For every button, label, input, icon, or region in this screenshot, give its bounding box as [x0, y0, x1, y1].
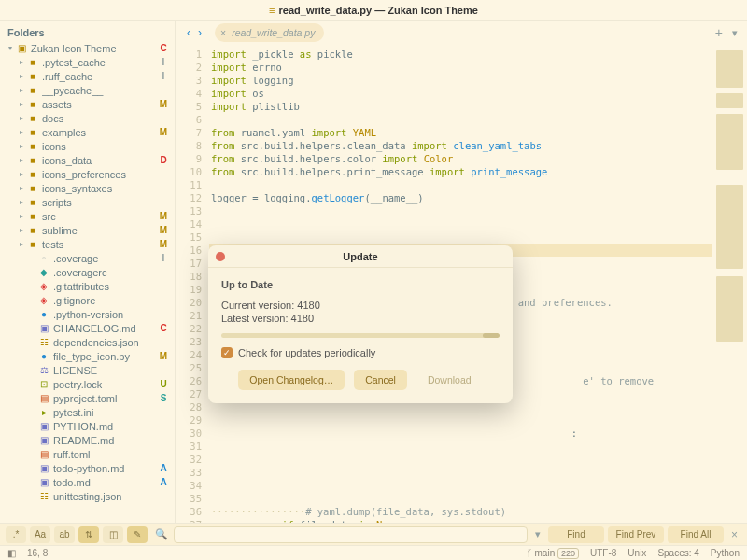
wrap-toggle[interactable]: ⇅ [78, 526, 99, 543]
tree-item[interactable]: ●.python-version [4, 307, 171, 321]
in-selection-toggle[interactable]: ◫ [103, 526, 123, 543]
git-branch[interactable]: ᚶ main 220 [527, 548, 579, 558]
search-icon: 🔍 [151, 528, 170, 540]
minimap[interactable] [712, 45, 747, 523]
tree-item[interactable]: ▤ruff.toml [4, 447, 171, 461]
syntax[interactable]: Python [711, 548, 740, 558]
case-toggle[interactable]: Aa [30, 526, 50, 543]
code-line[interactable]: import plistlib [209, 100, 712, 113]
code-line[interactable] [209, 479, 712, 492]
tree-item[interactable]: ▸■docs [4, 111, 171, 125]
tree-item[interactable]: ▸■icons [4, 139, 171, 153]
close-dialog-icon[interactable] [216, 252, 225, 261]
code-line[interactable] [209, 113, 712, 126]
tree-item[interactable]: ▣README.md [4, 433, 171, 447]
code-line[interactable] [209, 178, 712, 191]
code-line[interactable] [209, 413, 712, 427]
tree-item[interactable]: ◈.gitattributes [4, 279, 171, 293]
close-find-icon[interactable]: × [727, 528, 741, 541]
code-line[interactable]: from src.build.helpers.print_message imp… [209, 165, 712, 178]
checkbox-label: Check for updates periodically [238, 347, 375, 358]
tree-item[interactable]: ☷unittesting.json [4, 489, 171, 503]
tree-item[interactable]: ◆.coveragerc [4, 265, 171, 279]
panel-switcher-icon[interactable]: ◧ [7, 548, 16, 558]
file-tree[interactable]: ▾▣Zukan Icon ThemeC▸■.pytest_cacheI▸■.ru… [0, 41, 175, 503]
tree-item[interactable]: ⚖LICENSE [4, 363, 171, 377]
encoding[interactable]: UTF-8 [590, 548, 616, 558]
find-history-icon[interactable]: ▾ [531, 528, 544, 540]
tree-item[interactable]: ▫.coverageI [4, 251, 171, 265]
tree-item[interactable]: ▸■.ruff_cacheI [4, 69, 171, 83]
nav-back-icon[interactable]: ‹ [187, 26, 190, 39]
tree-item[interactable]: ▣todo.mdA [4, 475, 171, 489]
tree-item[interactable]: ▸■scripts [4, 195, 171, 209]
window-titlebar: ≡read_write_data.py — Zukan Icon Theme [0, 0, 747, 21]
tree-item[interactable]: ▸■srcM [4, 209, 171, 223]
update-status: Up to Date [221, 279, 500, 290]
close-tab-icon[interactable]: × [220, 27, 226, 38]
open-changelog-button[interactable]: Open Changelog… [238, 370, 345, 390]
code-line[interactable]: import os [209, 87, 712, 100]
code-line[interactable] [209, 453, 712, 466]
find-all-button[interactable]: Find All [668, 526, 724, 543]
code-line[interactable]: import errno [209, 61, 712, 74]
line-ending[interactable]: Unix [627, 548, 646, 558]
tree-item[interactable]: ▸■.pytest_cacheI [4, 55, 171, 69]
code-line[interactable] [209, 492, 712, 505]
latest-version: Latest version: 4180 [221, 313, 500, 324]
tree-item[interactable]: ▸■icons_syntaxes [4, 181, 171, 195]
find-bar: .* Aa ab ⇅ ◫ ✎ 🔍 ▾ Find Find Prev Find A… [0, 523, 747, 545]
tree-item[interactable]: ▸pytest.ini [4, 405, 171, 419]
sidebar: Folders ▾▣Zukan Icon ThemeC▸■.pytest_cac… [0, 21, 176, 523]
current-version: Current version: 4180 [221, 300, 500, 311]
code-line[interactable]: : [209, 427, 712, 440]
tree-item[interactable]: ▤pyproject.tomlS [4, 391, 171, 405]
code-line[interactable] [209, 217, 712, 231]
update-dialog: Update Up to Date Current version: 4180 … [208, 245, 513, 403]
tree-item[interactable]: ▸■examplesM [4, 125, 171, 139]
whole-word-toggle[interactable]: ab [54, 526, 75, 543]
find-button[interactable]: Find [548, 526, 604, 543]
code-line[interactable]: from src.build.helpers.clean_data import… [209, 139, 712, 152]
find-input[interactable] [174, 526, 528, 543]
find-prev-button[interactable]: Find Prev [608, 526, 664, 543]
cancel-button[interactable]: Cancel [354, 370, 407, 390]
tree-item[interactable]: ⊡poetry.lockU [4, 377, 171, 391]
tree-item[interactable]: ▸■assetsM [4, 97, 171, 111]
code-line[interactable]: import _pickle as pickle [209, 48, 712, 61]
code-line[interactable] [209, 204, 712, 217]
periodic-check-checkbox[interactable]: ✓ Check for updates periodically [221, 347, 500, 358]
tree-item[interactable]: ●file_type_icon.pyM [4, 349, 171, 363]
tree-item[interactable]: ◈.gitignore [4, 293, 171, 307]
tree-root[interactable]: ▾▣Zukan Icon ThemeC [4, 41, 171, 55]
highlight-toggle[interactable]: ✎ [127, 526, 148, 543]
tree-item[interactable]: ▸■icons_preferences [4, 167, 171, 181]
tree-item[interactable]: ▸■icons_dataD [4, 153, 171, 167]
code-line[interactable]: ················# yaml.dump(file_data, s… [209, 505, 712, 518]
tree-item[interactable]: ▣PYTHON.md [4, 419, 171, 433]
file-tab[interactable]: × read_write_data.py [215, 23, 324, 42]
download-button[interactable]: Download [416, 370, 483, 390]
code-line[interactable] [209, 231, 712, 244]
code-line[interactable]: import logging [209, 74, 712, 87]
sidebar-header: Folders [0, 24, 175, 41]
code-line[interactable] [209, 466, 712, 479]
tree-item[interactable]: ☷dependencies.json [4, 335, 171, 349]
code-line[interactable]: from ruamel.yaml import YAML [209, 126, 712, 139]
progress-bar [221, 333, 500, 338]
cursor-position[interactable]: 16, 8 [27, 548, 48, 558]
code-line[interactable]: from src.build.helpers.color import Colo… [209, 152, 712, 165]
nav-forward-icon[interactable]: › [198, 26, 202, 39]
code-line[interactable]: logger = logging.getLogger(__name__) [209, 191, 712, 204]
tree-item[interactable]: ▸■testsM [4, 237, 171, 251]
code-line[interactable] [209, 440, 712, 453]
tree-item[interactable]: ▸■__pycache__ [4, 83, 171, 97]
new-tab-icon[interactable]: + [710, 25, 728, 40]
regex-toggle[interactable]: .* [6, 526, 26, 543]
tree-item[interactable]: ▸■sublimeM [4, 223, 171, 237]
indentation[interactable]: Spaces: 4 [657, 548, 698, 558]
tab-overflow-icon[interactable]: ▾ [728, 27, 741, 39]
tree-item[interactable]: ▣CHANGELOG.mdC [4, 321, 171, 335]
tree-item[interactable]: ▣todo-python.mdA [4, 461, 171, 475]
tab-label: read_write_data.py [232, 27, 315, 38]
